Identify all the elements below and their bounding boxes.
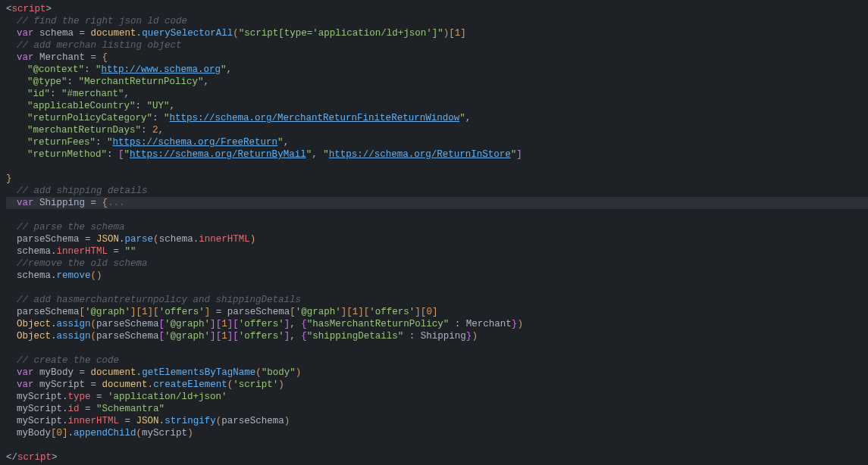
code-line: "@type": "MerchantReturnPolicy", <box>6 76 868 88</box>
code-line <box>6 282 868 294</box>
code-line: myScript.id = "Schemantra" <box>6 403 868 415</box>
code-line: myScript.innerHTML = JSON.stringify(pars… <box>6 415 868 427</box>
code-line: "returnPolicyCategory": "https://schema.… <box>6 112 868 124</box>
code-line: "@context": "http://www.schema.org", <box>6 64 868 76</box>
code-line: // find the right json ld code <box>6 15 868 27</box>
code-line <box>6 342 868 354</box>
fold-indicator[interactable]: ... <box>108 198 125 208</box>
code-line: "applicableCountry": "UY", <box>6 100 868 112</box>
code-line <box>6 161 868 173</box>
code-line: Object.assign(parseSchema['@graph'][1]['… <box>6 330 868 342</box>
code-line: "id": "#merchant", <box>6 88 868 100</box>
code-line: myBody[0].appendChild(myScript) <box>6 427 868 439</box>
code-line <box>6 209 868 221</box>
code-line: </script> <box>6 451 868 463</box>
code-line-highlighted: var Shipping = {... <box>6 197 868 209</box>
code-line: myScript.type = 'application/ld+json' <box>6 391 868 403</box>
code-line: // create the code <box>6 354 868 367</box>
code-line: <script> <box>6 3 868 15</box>
code-line: schema.innerHTML = "" <box>6 245 868 257</box>
code-line: var myScript = document.createElement('s… <box>6 379 868 391</box>
code-line: var myBody = document.getElementsByTagNa… <box>6 367 868 379</box>
code-line: // add hasmerchantreturnpolicy and shipp… <box>6 294 868 306</box>
code-line: var schema = document.querySelectorAll("… <box>6 27 868 39</box>
code-line: } <box>6 173 868 185</box>
code-editor[interactable]: <script> // find the right json ld code … <box>0 0 868 465</box>
code-line: "returnFees": "https://schema.org/FreeRe… <box>6 136 868 148</box>
code-line: // add shipping details <box>6 185 868 197</box>
code-line: // parse the schema <box>6 221 868 233</box>
code-line: "returnMethod": ["https://schema.org/Ret… <box>6 148 868 161</box>
code-line: schema.remove() <box>6 270 868 282</box>
code-line: //remove the old schema <box>6 257 868 270</box>
code-line: Object.assign(parseSchema['@graph'][1]['… <box>6 318 868 330</box>
code-line: "merchantReturnDays": 2, <box>6 124 868 136</box>
code-line: parseSchema['@graph'][1]['offers'] = par… <box>6 306 868 318</box>
code-line: var Merchant = { <box>6 51 868 64</box>
code-line <box>6 439 868 451</box>
code-line: // add merchan listing object <box>6 39 868 51</box>
code-line: parseSchema = JSON.parse(schema.innerHTM… <box>6 233 868 245</box>
